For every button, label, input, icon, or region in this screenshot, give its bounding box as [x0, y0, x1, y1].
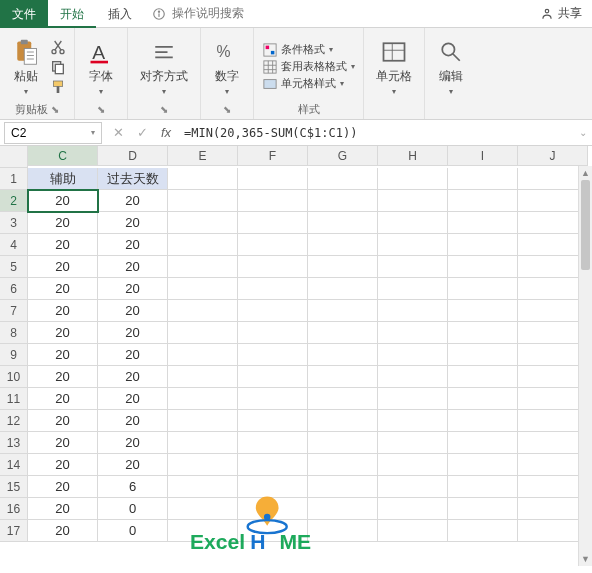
cell[interactable] — [238, 388, 308, 410]
row-header[interactable]: 16 — [0, 498, 28, 520]
cell[interactable] — [308, 498, 378, 520]
cell[interactable]: 过去天数 — [98, 168, 168, 190]
cell[interactable] — [168, 256, 238, 278]
column-header[interactable]: I — [448, 146, 518, 166]
conditional-formatting-button[interactable]: 条件格式▾ — [263, 42, 355, 57]
alignment-button[interactable]: 对齐方式 ▾ — [136, 36, 192, 98]
cell[interactable]: 20 — [28, 366, 98, 388]
cell[interactable] — [168, 410, 238, 432]
cell[interactable] — [168, 212, 238, 234]
cell[interactable]: 20 — [98, 212, 168, 234]
row-header[interactable]: 2 — [0, 190, 28, 212]
cell[interactable] — [308, 410, 378, 432]
cell[interactable] — [168, 234, 238, 256]
cell[interactable] — [378, 498, 448, 520]
cell[interactable] — [378, 454, 448, 476]
cell[interactable] — [168, 388, 238, 410]
editing-button[interactable]: 编辑 ▾ — [433, 36, 469, 98]
cell[interactable] — [238, 520, 308, 542]
expand-formula-bar[interactable]: ⌄ — [574, 127, 592, 138]
cell[interactable] — [448, 520, 518, 542]
cells-button[interactable]: 单元格 ▾ — [372, 36, 416, 98]
cell[interactable] — [378, 256, 448, 278]
select-all-corner[interactable] — [0, 146, 28, 168]
cell[interactable]: 20 — [28, 256, 98, 278]
cell[interactable] — [168, 190, 238, 212]
cell[interactable] — [238, 498, 308, 520]
row-header[interactable]: 9 — [0, 344, 28, 366]
cell[interactable] — [308, 388, 378, 410]
font-button[interactable]: A 字体 ▾ — [83, 36, 119, 98]
cell[interactable]: 辅助 — [28, 168, 98, 190]
cell[interactable] — [168, 168, 238, 190]
cell[interactable] — [308, 278, 378, 300]
cell[interactable] — [308, 454, 378, 476]
cell[interactable] — [168, 476, 238, 498]
clipboard-launcher[interactable]: ⬊ — [51, 104, 59, 115]
cell[interactable] — [168, 454, 238, 476]
cell[interactable]: 20 — [98, 234, 168, 256]
cell[interactable] — [448, 234, 518, 256]
cell[interactable] — [308, 322, 378, 344]
enter-formula-button[interactable]: ✓ — [130, 125, 154, 140]
cell[interactable]: 20 — [98, 300, 168, 322]
cell[interactable]: 20 — [98, 256, 168, 278]
cell[interactable] — [308, 234, 378, 256]
cell-styles-button[interactable]: 单元格样式▾ — [263, 76, 355, 91]
column-header[interactable]: J — [518, 146, 588, 166]
cell[interactable] — [238, 366, 308, 388]
cell[interactable]: 20 — [28, 344, 98, 366]
cell[interactable] — [378, 344, 448, 366]
row-header[interactable]: 4 — [0, 234, 28, 256]
vertical-scrollbar[interactable]: ▲ ▼ — [578, 166, 592, 566]
font-launcher[interactable]: ⬊ — [97, 104, 105, 115]
cell[interactable]: 20 — [28, 300, 98, 322]
cell[interactable]: 6 — [98, 476, 168, 498]
cell[interactable] — [238, 168, 308, 190]
cell[interactable] — [378, 190, 448, 212]
cell[interactable]: 20 — [28, 322, 98, 344]
cell[interactable] — [308, 520, 378, 542]
cell[interactable] — [448, 190, 518, 212]
cell[interactable] — [378, 432, 448, 454]
cell[interactable] — [308, 168, 378, 190]
cell[interactable]: 20 — [98, 344, 168, 366]
cell[interactable]: 20 — [98, 278, 168, 300]
row-header[interactable]: 10 — [0, 366, 28, 388]
cell[interactable] — [448, 256, 518, 278]
scroll-down-arrow[interactable]: ▼ — [579, 552, 592, 566]
cell[interactable] — [168, 498, 238, 520]
cell[interactable] — [168, 432, 238, 454]
cell[interactable]: 20 — [28, 234, 98, 256]
cell[interactable] — [238, 344, 308, 366]
cell[interactable] — [308, 432, 378, 454]
cell[interactable]: 20 — [98, 190, 168, 212]
tab-insert[interactable]: 插入 — [96, 0, 144, 28]
worksheet[interactable]: CDEFGHIJ1辅助过去天数2202032020420205202062020… — [0, 146, 592, 566]
row-header[interactable]: 11 — [0, 388, 28, 410]
row-header[interactable]: 13 — [0, 432, 28, 454]
column-header[interactable]: E — [168, 146, 238, 166]
cell[interactable] — [168, 278, 238, 300]
cell[interactable] — [378, 410, 448, 432]
cell[interactable] — [308, 300, 378, 322]
cell[interactable] — [168, 344, 238, 366]
alignment-launcher[interactable]: ⬊ — [160, 104, 168, 115]
cell[interactable] — [238, 234, 308, 256]
cell[interactable]: 20 — [98, 410, 168, 432]
cell[interactable] — [238, 410, 308, 432]
cell[interactable] — [448, 322, 518, 344]
cell[interactable]: 0 — [98, 498, 168, 520]
cell[interactable] — [378, 366, 448, 388]
cell[interactable]: 20 — [28, 190, 98, 212]
cell[interactable] — [308, 212, 378, 234]
tab-home[interactable]: 开始 — [48, 0, 96, 28]
cell[interactable] — [448, 168, 518, 190]
formula-input[interactable]: =MIN(20,365-SUM(C$1:C1)) — [178, 122, 574, 144]
cell[interactable]: 20 — [98, 366, 168, 388]
cell[interactable]: 20 — [98, 454, 168, 476]
cell[interactable] — [238, 278, 308, 300]
share-button[interactable]: 共享 — [530, 5, 592, 22]
cell[interactable] — [238, 190, 308, 212]
row-header[interactable]: 8 — [0, 322, 28, 344]
